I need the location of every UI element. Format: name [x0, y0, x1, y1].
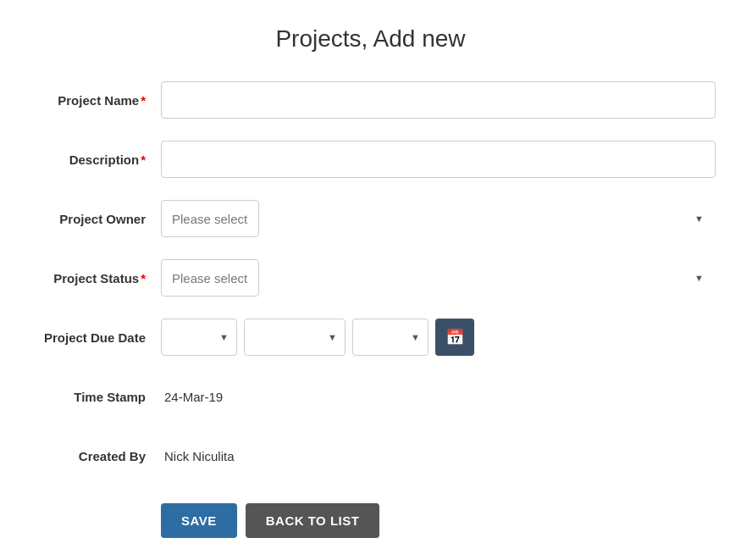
- date-day-select[interactable]: [161, 319, 237, 356]
- form-container: Projects, Add new Project Name* Descript…: [25, 25, 716, 538]
- project-owner-row: Project Owner Please select: [25, 197, 716, 241]
- date-year-select[interactable]: [352, 319, 429, 356]
- description-input[interactable]: [161, 141, 716, 178]
- created-by-value: Nick Niculita: [161, 449, 235, 463]
- created-by-row: Created By Nick Niculita: [25, 434, 716, 478]
- save-button[interactable]: SAVE: [161, 503, 237, 538]
- description-row: Description*: [25, 137, 716, 181]
- time-stamp-row: Time Stamp 24-Mar-19: [25, 374, 716, 419]
- project-name-input[interactable]: [161, 81, 716, 119]
- project-status-select-wrapper: Please select: [161, 259, 716, 297]
- time-stamp-value: 24-Mar-19: [161, 390, 223, 404]
- page-title: Projects, Add new: [25, 25, 716, 53]
- date-month-select[interactable]: [244, 319, 346, 356]
- required-star-desc: *: [141, 152, 146, 167]
- date-day-wrapper: [161, 319, 237, 356]
- required-star: *: [141, 93, 146, 108]
- project-due-date-row: Project Due Date 📅: [25, 315, 716, 359]
- calendar-button[interactable]: 📅: [435, 319, 474, 356]
- project-status-label: Project Status*: [25, 271, 161, 286]
- back-to-list-button[interactable]: BACK TO LIST: [246, 503, 380, 538]
- time-stamp-label: Time Stamp: [25, 390, 161, 404]
- date-month-wrapper: [244, 319, 346, 356]
- date-year-wrapper: [352, 319, 429, 356]
- project-name-row: Project Name*: [25, 78, 716, 122]
- project-owner-label: Project Owner: [25, 212, 161, 226]
- button-row: SAVE BACK TO LIST: [25, 503, 716, 538]
- created-by-label: Created By: [25, 449, 161, 463]
- project-name-label: Project Name*: [25, 93, 161, 108]
- project-owner-select-wrapper: Please select: [161, 200, 716, 237]
- date-group: 📅: [161, 319, 474, 356]
- description-label: Description*: [25, 152, 161, 167]
- required-star-status: *: [141, 271, 146, 286]
- project-status-select[interactable]: Please select: [161, 259, 259, 297]
- calendar-icon: 📅: [445, 328, 464, 347]
- project-due-date-label: Project Due Date: [25, 330, 161, 345]
- project-status-row: Project Status* Please select: [25, 256, 716, 300]
- project-owner-select[interactable]: Please select: [161, 200, 259, 237]
